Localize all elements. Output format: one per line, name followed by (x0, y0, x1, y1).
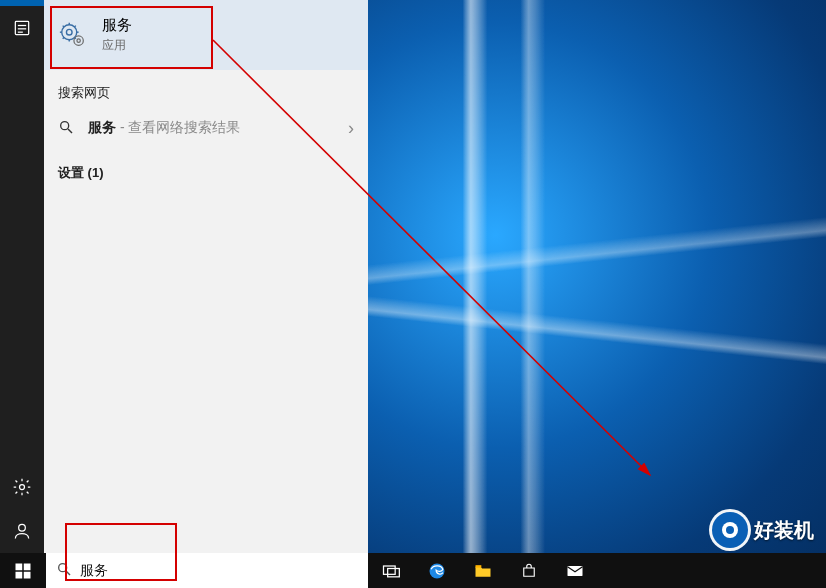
search-results-panel: 服务 应用 搜索网页 服务 - 查看网络搜索结果 › 设置 (1) (44, 0, 368, 553)
svg-rect-20 (16, 563, 23, 570)
svg-point-17 (77, 39, 80, 42)
best-match-subtitle: 应用 (102, 37, 132, 54)
search-input[interactable] (80, 563, 358, 579)
user-icon[interactable] (0, 509, 44, 553)
svg-line-14 (63, 37, 64, 38)
watermark-logo-icon (712, 512, 748, 548)
web-result-suffix: - 查看网络搜索结果 (116, 119, 240, 135)
start-sidebar (0, 0, 44, 553)
svg-point-18 (61, 121, 69, 129)
best-match-title: 服务 (102, 16, 132, 35)
taskbar-icons (368, 553, 598, 588)
svg-rect-23 (24, 571, 31, 578)
svg-point-4 (20, 485, 25, 490)
svg-rect-22 (16, 571, 23, 578)
store-icon[interactable] (506, 553, 552, 588)
watermark-text: 好装机 (754, 517, 814, 544)
start-button[interactable] (0, 553, 46, 588)
web-search-result[interactable]: 服务 - 查看网络搜索结果 › (44, 106, 368, 150)
watermark: 好装机 (712, 512, 814, 548)
settings-section-label: 设置 (1) (44, 150, 368, 186)
file-explorer-icon[interactable] (460, 553, 506, 588)
svg-rect-26 (384, 566, 396, 574)
svg-point-24 (59, 563, 67, 571)
search-icon (56, 561, 72, 581)
settings-icon[interactable] (0, 465, 44, 509)
task-view-icon[interactable] (368, 553, 414, 588)
apps-filter-icon[interactable] (0, 6, 44, 50)
svg-point-16 (74, 36, 83, 45)
edge-icon[interactable] (414, 553, 460, 588)
taskbar-search[interactable] (46, 553, 368, 588)
svg-point-5 (19, 524, 26, 531)
best-match-services[interactable]: 服务 应用 (44, 0, 368, 70)
svg-point-7 (66, 29, 72, 35)
web-section-label: 搜索网页 (44, 70, 368, 106)
svg-line-15 (74, 26, 75, 27)
svg-rect-21 (24, 563, 31, 570)
svg-line-12 (63, 26, 64, 27)
taskbar (0, 553, 826, 588)
mail-icon[interactable] (552, 553, 598, 588)
svg-line-19 (68, 129, 72, 133)
svg-rect-29 (476, 565, 482, 568)
chevron-right-icon: › (348, 118, 354, 139)
svg-rect-27 (388, 568, 400, 576)
web-result-query: 服务 (88, 119, 116, 135)
search-icon (58, 119, 74, 138)
services-gear-icon (58, 20, 88, 50)
svg-rect-30 (568, 566, 583, 576)
svg-line-25 (66, 571, 70, 575)
